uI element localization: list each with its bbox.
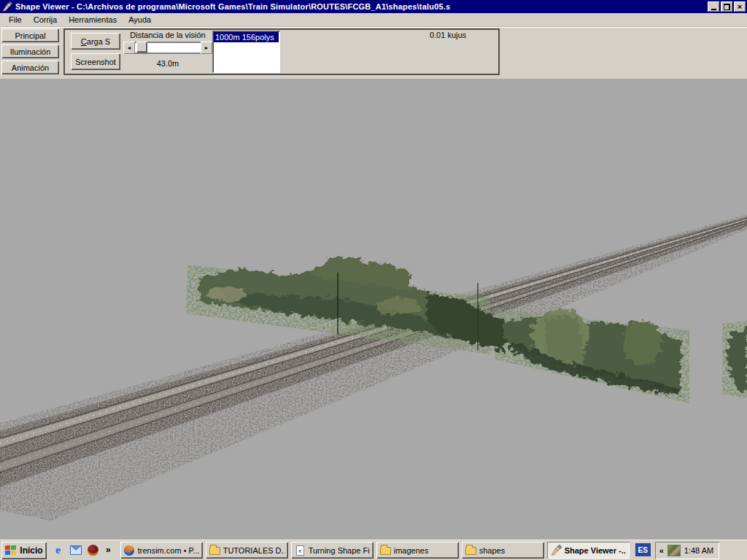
folder-icon [465,545,476,556]
firefox-icon [124,545,135,556]
tray-app-icon[interactable] [668,545,680,556]
shape-viewer-icon [551,545,562,556]
carga-s-button[interactable]: Carga S [71,33,120,50]
outlook-express-icon[interactable] [69,543,82,557]
task-button-imagenes[interactable]: imagenes [376,542,459,559]
view-distance-slider[interactable]: ◄ ► [123,42,212,54]
task-button-turning-shape[interactable]: e Turning Shape Fi... [291,542,374,559]
toolbar: Principal Iluminación Animación Carga S … [0,27,747,79]
shape-viewer-window: Shape Viewer - C:\Archivos de programa\M… [0,0,747,560]
tray-collapse-chevron[interactable]: « [659,546,664,555]
viewport-3d-render[interactable] [0,79,747,540]
tab-iluminacion[interactable]: Iluminación [1,44,59,58]
quick-launch-bar: e » [47,543,116,557]
taskbar-clock: 1:48 AM [684,546,713,555]
language-indicator[interactable]: ES [635,543,651,556]
menu-herramientas[interactable]: Herramientas [63,14,123,26]
menu-bar: File Corrija Herramientas Ayuda [0,13,747,27]
ie-document-icon: e [295,545,306,556]
quick-launch-overflow-chevron[interactable]: » [104,545,113,555]
start-button[interactable]: Inicio [1,542,47,559]
close-icon: × [738,3,742,11]
view-distance-label: Distancia de la visión [123,31,212,39]
windows-logo-icon [5,545,17,556]
minimize-icon [711,9,716,10]
system-tray: « 1:48 AM [655,542,719,559]
slider-left-arrow[interactable]: ◄ [123,42,135,54]
task-button-trensim[interactable]: trensim.com • P... [120,542,203,559]
internet-explorer-icon[interactable]: e [51,543,65,557]
lod-listbox[interactable]: 1000m 156polys [212,31,280,73]
restore-button[interactable] [721,1,732,12]
menu-ayuda[interactable]: Ayuda [123,14,157,26]
slider-thumb[interactable] [136,42,147,52]
tab-principal[interactable]: Principal [1,28,59,42]
menu-file[interactable]: File [3,14,28,26]
task-buttons: trensim.com • P... TUTORIALES D... e Tur… [120,541,630,559]
title-bar[interactable]: Shape Viewer - C:\Archivos de programa\M… [0,0,747,13]
lod-item-selected[interactable]: 1000m 156polys [214,32,279,42]
slider-track[interactable] [135,42,201,53]
red-circle-app-icon[interactable] [86,543,100,557]
view-controls-group: Carga S Screenshot Distancia de la visió… [63,28,500,75]
view-distance-value: 43.0m [123,59,212,68]
render-scene [0,79,747,540]
folder-icon [380,545,391,556]
slider-right-arrow[interactable]: ► [201,42,212,54]
minimize-button[interactable] [708,1,719,12]
restore-icon [724,4,730,10]
close-button[interactable]: × [734,1,746,12]
shape-viewer-icon [2,1,12,12]
tab-animacion[interactable]: Animación [1,61,59,74]
task-button-shape-viewer[interactable]: Shape Viewer -... [547,542,630,559]
task-button-tutoriales[interactable]: TUTORIALES D... [206,542,288,559]
taskbar: Inicio e » trensim.com • P... TUTORIALES… [0,540,747,560]
task-button-shapes[interactable]: shapes [462,542,544,559]
window-title: Shape Viewer - C:\Archivos de programa\M… [15,2,708,11]
view-mode-tabs: Principal Iluminación Animación [1,28,59,74]
menu-corrija[interactable]: Corrija [28,14,63,26]
kujus-value: 0.01 kujus [400,31,495,39]
folder-icon [209,545,220,556]
screenshot-button[interactable]: Screenshot [71,53,120,70]
